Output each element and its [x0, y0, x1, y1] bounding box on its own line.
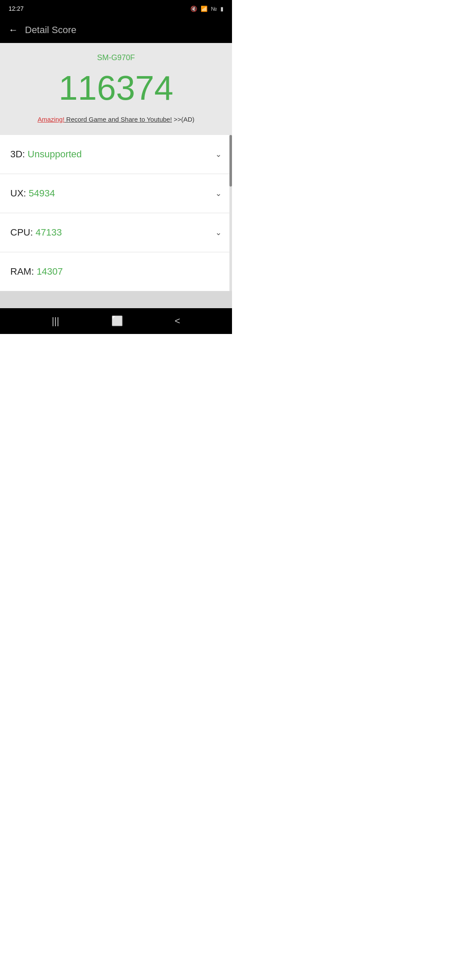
ad-link-text[interactable]: Record Game and Share to Youtube! — [64, 116, 172, 123]
score-banner: SM-G970F 116374 Amazing! Record Game and… — [0, 43, 232, 135]
scrollbar-thumb[interactable] — [229, 135, 232, 187]
score-value-ux: 54934 — [29, 188, 55, 199]
score-value-3d: Unsupported — [27, 149, 82, 159]
score-value-cpu: 47133 — [36, 227, 62, 238]
score-list: 3D: Unsupported ⌄ UX: 54934 ⌄ CPU: 47133… — [0, 135, 232, 291]
chevron-icon-ux: ⌄ — [215, 189, 222, 198]
chevron-icon-cpu: ⌄ — [215, 228, 222, 237]
chevron-icon-3d: ⌄ — [215, 150, 222, 159]
status-bar: 12:27 🔇 📶 № ▮ — [0, 0, 232, 17]
page-title: Detail Score — [25, 24, 76, 36]
battery-icon: ▮ — [220, 6, 223, 12]
score-value-ram: 14307 — [37, 266, 63, 277]
total-score: 116374 — [9, 69, 223, 107]
bottom-spacer — [0, 291, 232, 308]
status-icons: 🔇 📶 № ▮ — [190, 6, 223, 12]
device-name: SM-G970F — [9, 53, 223, 62]
score-item-ram[interactable]: RAM: 14307 — [0, 252, 232, 291]
ad-banner[interactable]: Amazing! Record Game and Share to Youtub… — [9, 116, 223, 123]
status-time: 12:27 — [9, 5, 24, 12]
ad-link-amazing[interactable]: Amazing! — [37, 116, 64, 123]
mute-icon: 🔇 — [190, 6, 197, 12]
score-section: 3D: Unsupported ⌄ UX: 54934 ⌄ CPU: 47133… — [0, 135, 232, 291]
back-nav-button[interactable]: < — [175, 315, 180, 327]
recent-apps-button[interactable]: ||| — [52, 315, 59, 327]
score-item-3d[interactable]: 3D: Unsupported ⌄ — [0, 135, 232, 174]
back-button[interactable]: ← — [9, 24, 18, 36]
ad-tag: >>(AD) — [172, 116, 195, 123]
home-button[interactable]: ⬜ — [111, 315, 123, 327]
header: ← Detail Score — [0, 17, 232, 43]
score-label-cpu: CPU: 47133 — [10, 227, 62, 238]
score-label-3d: 3D: Unsupported — [10, 149, 82, 160]
wifi-icon: 📶 — [201, 6, 208, 12]
nav-bar: ||| ⬜ < — [0, 308, 232, 334]
score-item-cpu[interactable]: CPU: 47133 ⌄ — [0, 213, 232, 252]
scrollbar-track — [229, 135, 232, 291]
score-label-ram: RAM: 14307 — [10, 266, 63, 277]
signal-icon: № — [211, 6, 217, 12]
score-label-ux: UX: 54934 — [10, 188, 55, 199]
score-item-ux[interactable]: UX: 54934 ⌄ — [0, 174, 232, 213]
